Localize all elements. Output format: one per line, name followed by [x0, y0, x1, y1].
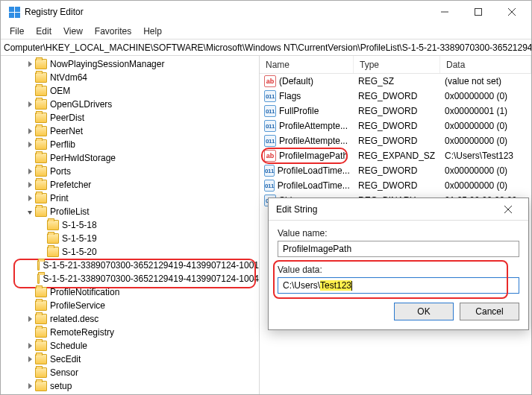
value-data: C:\Users\Test123 — [440, 151, 531, 161]
value-data-prefix: C:\Users\ — [283, 280, 320, 291]
chevron-right-icon[interactable] — [25, 343, 35, 349]
minimize-button[interactable] — [428, 1, 461, 22]
folder-icon — [35, 153, 47, 163]
col-type[interactable]: Type — [354, 56, 440, 73]
tree-node[interactable]: Sensor — [1, 366, 259, 379]
chevron-right-icon[interactable] — [25, 142, 35, 148]
col-name[interactable]: Name — [260, 56, 354, 73]
window-title: Registry Editor — [25, 7, 428, 17]
folder-icon — [37, 260, 40, 271]
value-name: ProfileImagePath — [279, 151, 348, 161]
chevron-right-icon[interactable] — [25, 128, 35, 134]
value-row[interactable]: 011ProfileLoadTime...REG_DWORD0x00000000… — [260, 163, 531, 178]
tree-node[interactable]: Print — [1, 192, 259, 205]
tree-node[interactable]: PerHwIdStorage — [1, 151, 259, 165]
value-row[interactable]: 011FlagsREG_DWORD0x00000000 (0) — [260, 89, 531, 104]
tree-node[interactable]: related.desc — [1, 312, 259, 326]
dword-value-icon: 011 — [264, 180, 275, 192]
value-row[interactable]: ab(Default)REG_SZ(value not set) — [260, 74, 531, 89]
value-data-input[interactable]: C:\Users\Test123 — [278, 277, 519, 294]
tree-label: S-1-5-21-3389070300-3652129419-413990712… — [43, 274, 259, 284]
value-row[interactable]: abProfileImagePathREG_EXPAND_SZC:\Users\… — [260, 148, 531, 163]
tree-node[interactable]: S-1-5-19 — [1, 232, 259, 245]
value-row[interactable]: 011FullProfileREG_DWORD0x00000001 (1) — [260, 104, 531, 118]
folder-icon — [35, 59, 47, 69]
col-data[interactable]: Data — [440, 56, 531, 73]
folder-icon — [35, 86, 47, 96]
dialog-title: Edit String — [276, 204, 495, 215]
value-name: ProfileLoadTime... — [278, 165, 350, 176]
chevron-right-icon[interactable] — [25, 356, 35, 362]
menu-file[interactable]: File — [4, 25, 30, 38]
tree-label: S-1-5-19 — [62, 233, 97, 244]
tree-label: ProfileNotification — [50, 287, 119, 297]
folder-icon — [35, 139, 47, 150]
tree-node[interactable]: ProfileService — [1, 299, 259, 312]
titlebar: Registry Editor — [1, 1, 531, 23]
folder-icon — [35, 300, 47, 311]
menu-view[interactable]: View — [57, 25, 89, 38]
tree-label: NowPlayingSessionManager — [50, 59, 164, 69]
ok-button[interactable]: OK — [394, 303, 454, 320]
folder-icon — [35, 166, 47, 177]
dword-value-icon: 011 — [264, 105, 276, 117]
close-button[interactable] — [495, 1, 528, 22]
tree-node[interactable]: SecEdit — [1, 353, 259, 366]
chevron-right-icon[interactable] — [25, 101, 35, 107]
tree-node[interactable]: setup — [1, 379, 259, 393]
menu-favorites[interactable]: Favorites — [89, 25, 137, 38]
menu-edit[interactable]: Edit — [30, 25, 57, 38]
key-tree[interactable]: NowPlayingSessionManagerNtVdm64OEMOpenGL… — [1, 56, 260, 394]
tree-node[interactable]: NtVdm64 — [1, 71, 259, 84]
tree-label: Print — [50, 193, 69, 203]
tree-node[interactable]: S-1-5-21-3389070300-3652129419-413990712… — [1, 259, 259, 272]
value-row[interactable]: 011ProfileAttempte...REG_DWORD0x00000000… — [260, 118, 531, 133]
chevron-right-icon[interactable] — [25, 316, 35, 322]
chevron-right-icon[interactable] — [25, 168, 35, 174]
tree-node[interactable]: Schedule — [1, 339, 259, 353]
folder-icon — [35, 193, 47, 203]
tree-node[interactable]: RemoteRegistry — [1, 326, 259, 339]
tree-node[interactable]: PeerDist — [1, 111, 259, 124]
tree-node[interactable]: PeerNet — [1, 124, 259, 138]
address-bar[interactable]: Computer\HKEY_LOCAL_MACHINE\SOFTWARE\Mic… — [1, 40, 531, 56]
value-type: REG_DWORD — [354, 121, 440, 131]
folder-icon — [47, 220, 59, 230]
value-row[interactable]: 011ProfileLoadTime...REG_DWORD0x00000000… — [260, 178, 531, 193]
tree-node[interactable]: Prefetcher — [1, 178, 259, 192]
string-value-icon: ab — [264, 150, 276, 162]
tree-label: S-1-5-20 — [62, 247, 97, 257]
tree-node[interactable]: S-1-5-20 — [1, 245, 259, 259]
cancel-button[interactable]: Cancel — [460, 303, 519, 320]
menu-help[interactable]: Help — [137, 25, 168, 38]
tree-node[interactable]: Perflib — [1, 138, 259, 151]
value-row[interactable]: 011ProfileAttempte...REG_DWORD0x00000000… — [260, 133, 531, 148]
chevron-right-icon[interactable] — [25, 195, 35, 201]
tree-node[interactable]: ProfileNotification — [1, 285, 259, 299]
chevron-right-icon[interactable] — [25, 383, 35, 389]
value-type: REG_SZ — [354, 76, 440, 86]
list-header: Name Type Data — [260, 56, 531, 74]
value-data: 0x00000000 (0) — [440, 165, 531, 176]
dialog-close-button[interactable] — [495, 200, 521, 218]
value-name: ProfileLoadTime... — [278, 180, 350, 191]
maximize-button[interactable] — [461, 1, 495, 22]
value-type: REG_DWORD — [354, 136, 440, 146]
chevron-down-icon[interactable] — [25, 209, 35, 216]
value-data-highlight: Test123 — [320, 280, 351, 291]
value-data: 0x00000001 (1) — [440, 106, 531, 116]
dword-value-icon: 011 — [264, 120, 276, 132]
tree-node[interactable]: S-1-5-18 — [1, 218, 259, 232]
tree-node[interactable]: S-1-5-21-3389070300-3652129419-413990712… — [1, 272, 259, 285]
value-type: REG_EXPAND_SZ — [354, 151, 440, 161]
regedit-app-icon — [8, 6, 20, 18]
chevron-right-icon[interactable] — [25, 61, 35, 67]
tree-node[interactable]: NowPlayingSessionManager — [1, 57, 259, 71]
tree-node[interactable]: Ports — [1, 165, 259, 178]
tree-node[interactable]: ProfileList — [1, 205, 259, 218]
chevron-right-icon[interactable] — [25, 182, 35, 188]
dword-value-icon: 011 — [264, 90, 276, 102]
tree-node[interactable]: OpenGLDrivers — [1, 98, 259, 111]
value-data: (value not set) — [440, 76, 531, 86]
tree-node[interactable]: OEM — [1, 84, 259, 98]
